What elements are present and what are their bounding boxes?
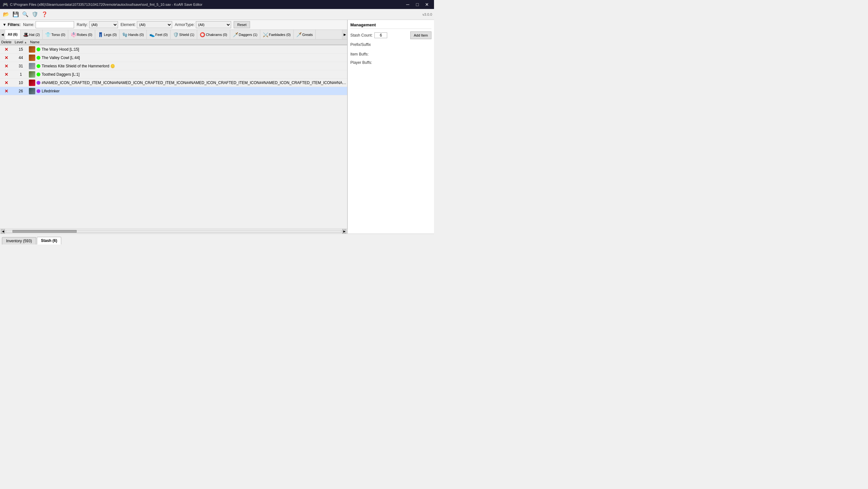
name-filter-label: Name: <box>23 23 34 27</box>
toolbar: 📂 💾 🔍 🛡️ ❓ v3.0.0 <box>0 9 434 20</box>
tab-shield[interactable]: 🛡️ Shield (1) <box>170 30 197 39</box>
tab-nav-left-button[interactable]: ◀ <box>0 30 5 39</box>
stash-tab[interactable]: Stash (6) <box>37 237 62 244</box>
item-buffs-section: Item Buffs: <box>350 52 431 56</box>
bottom-tabs: Inventory (593) Stash (6) <box>0 234 434 244</box>
delete-button-3[interactable]: ✕ <box>0 64 13 68</box>
delete-button-6[interactable]: ✕ <box>0 89 13 93</box>
reset-button[interactable]: Reset <box>234 21 250 28</box>
table-row[interactable]: ✕ 1 Toothed Daggers [L:1] <box>0 70 347 79</box>
title-bar-left: 🎮 C:\Program Files (x86)\Steam\userdata\… <box>3 2 202 7</box>
item-icon-3 <box>29 63 35 69</box>
rarity-filter-select[interactable]: (All) Common Uncommon Rare Epic Legendar… <box>89 21 118 28</box>
rarity-filter-label: Rarity: <box>76 23 88 27</box>
open-button[interactable]: 📂 <box>2 10 10 19</box>
close-button[interactable]: ✕ <box>423 1 431 8</box>
item-name-6: Lifedrinker <box>42 89 60 93</box>
header-delete: Delete <box>0 40 13 44</box>
element-filter-select[interactable]: (All) <box>137 21 172 28</box>
add-item-button[interactable]: Add Item <box>410 31 431 39</box>
tab-faeblades[interactable]: ⚔️ Faeblades (0) <box>260 30 293 39</box>
torso-tab-icon: 👕 <box>45 32 51 37</box>
scroll-track[interactable] <box>6 230 341 233</box>
table-header: Delete Level ▲ Name <box>0 39 347 45</box>
tab-legs-label: Legs (0) <box>104 33 117 36</box>
header-name[interactable]: Name <box>29 40 347 44</box>
rarity-dot-2 <box>36 56 40 60</box>
delete-button-2[interactable]: ✕ <box>0 56 13 60</box>
delete-button-1[interactable]: ✕ <box>0 47 13 52</box>
item-buffs-label: Item Buffs: <box>350 52 369 56</box>
tab-feet[interactable]: 👟 Feet (0) <box>147 30 171 39</box>
armortype-filter-select[interactable]: (All) <box>196 21 231 28</box>
table-row[interactable]: ✕ 26 Lifedrinker <box>0 87 347 95</box>
item-icon-2 <box>29 55 35 61</box>
table-row[interactable]: ✕ 10 #NAMED_ICON_CRAFTED_ITEM_ICON##NAME… <box>0 79 347 87</box>
name-cell-6: Lifedrinker <box>29 88 347 94</box>
app-icon: 🎮 <box>3 2 8 7</box>
filters-bar: ▼ Filters: Name: Rarity: (All) Common Un… <box>0 20 347 30</box>
tab-hat-label: Hat (2) <box>29 33 40 36</box>
rarity-dot-5 <box>36 81 40 85</box>
table-row[interactable]: ✕ 15 The Wary Hood [L:15] <box>0 45 347 54</box>
filters-toggle[interactable]: ▼ Filters: <box>3 23 21 27</box>
save-button[interactable]: 💾 <box>11 10 20 19</box>
stash-count-input[interactable] <box>374 32 387 38</box>
items-table: Delete Level ▲ Name ✕ 15 <box>0 39 347 228</box>
delete-x-icon: ✕ <box>4 64 8 68</box>
main-container: ▼ Filters: Name: Rarity: (All) Common Un… <box>0 20 434 234</box>
tab-chakrams-label: Chakrams (0) <box>206 33 227 36</box>
table-row[interactable]: ✕ 31 Timeless Kite Shield of the Hammerl… <box>0 62 347 70</box>
tab-hands-label: Hands (0) <box>128 33 144 36</box>
tab-hat[interactable]: 🎩 Hat (2) <box>21 30 43 39</box>
hands-tab-icon: 🧤 <box>122 32 128 37</box>
tab-chakrams[interactable]: ⭕ Chakrams (0) <box>197 30 230 39</box>
tab-hands[interactable]: 🧤 Hands (0) <box>120 30 147 39</box>
item-name-1: The Wary Hood [L:15] <box>42 47 79 52</box>
scroll-right-button[interactable]: ▶ <box>342 229 346 234</box>
shield-button[interactable]: 🛡️ <box>31 10 39 19</box>
legs-tab-icon: 👖 <box>98 32 103 37</box>
delete-x-icon: ✕ <box>4 56 8 60</box>
tab-greats[interactable]: 🗡️ Greats <box>293 30 316 39</box>
tab-robes-label: Robes (0) <box>77 33 92 36</box>
tab-daggers[interactable]: 🗡️ Daggers (1) <box>230 30 260 39</box>
name-filter-input[interactable] <box>36 21 74 28</box>
minimize-button[interactable]: ─ <box>403 1 412 8</box>
shield-tab-icon: 🛡️ <box>173 32 179 37</box>
management-title: Management <box>350 23 431 29</box>
hat-tab-icon: 🎩 <box>23 32 29 37</box>
header-level-label: Level <box>15 40 23 44</box>
tab-faeblades-label: Faeblades (0) <box>269 33 291 36</box>
scroll-thumb[interactable] <box>12 230 76 233</box>
item-name-3: Timeless Kite Shield of the Hammerlord 🪙 <box>42 64 115 68</box>
delete-button-5[interactable]: ✕ <box>0 81 13 85</box>
tab-legs[interactable]: 👖 Legs (0) <box>95 30 120 39</box>
maximize-button[interactable]: □ <box>413 1 422 8</box>
inventory-tab[interactable]: Inventory (593) <box>2 237 36 244</box>
tab-all[interactable]: All (6) <box>5 30 21 39</box>
level-cell-3: 31 <box>13 64 29 68</box>
zoom-button[interactable]: 🔍 <box>21 10 30 19</box>
level-cell-6: 26 <box>13 89 29 93</box>
help-button[interactable]: ❓ <box>40 10 49 19</box>
armortype-filter-label: ArmorType: <box>175 23 194 27</box>
tab-robes[interactable]: 👘 Robes (0) <box>68 30 95 39</box>
tab-feet-label: Feet (0) <box>155 33 168 36</box>
daggers-tab-icon: 🗡️ <box>233 32 238 37</box>
header-level[interactable]: Level ▲ <box>13 40 29 44</box>
left-panel: ▼ Filters: Name: Rarity: (All) Common Un… <box>0 20 347 234</box>
delete-button-4[interactable]: ✕ <box>0 72 13 77</box>
horizontal-scrollbar[interactable]: ◀ ▶ <box>0 228 347 234</box>
item-icon-5 <box>29 80 35 86</box>
item-name-5: #NAMED_ICON_CRAFTED_ITEM_ICON##NAMED_ICO… <box>42 81 347 85</box>
armortype-filter-group: ArmorType: (All) <box>175 21 231 28</box>
scroll-left-button[interactable]: ◀ <box>1 229 5 234</box>
tab-nav-right-button[interactable]: ▶ <box>342 30 347 39</box>
title-bar: 🎮 C:\Program Files (x86)\Steam\userdata\… <box>0 0 434 9</box>
level-cell-4: 1 <box>13 72 29 77</box>
table-row[interactable]: ✕ 44 The Valley Cowl [L:44] <box>0 54 347 62</box>
tab-torso[interactable]: 👕 Torso (0) <box>43 30 68 39</box>
rarity-filter-group: Rarity: (All) Common Uncommon Rare Epic … <box>76 21 118 28</box>
tab-all-label: All (6) <box>8 32 18 36</box>
